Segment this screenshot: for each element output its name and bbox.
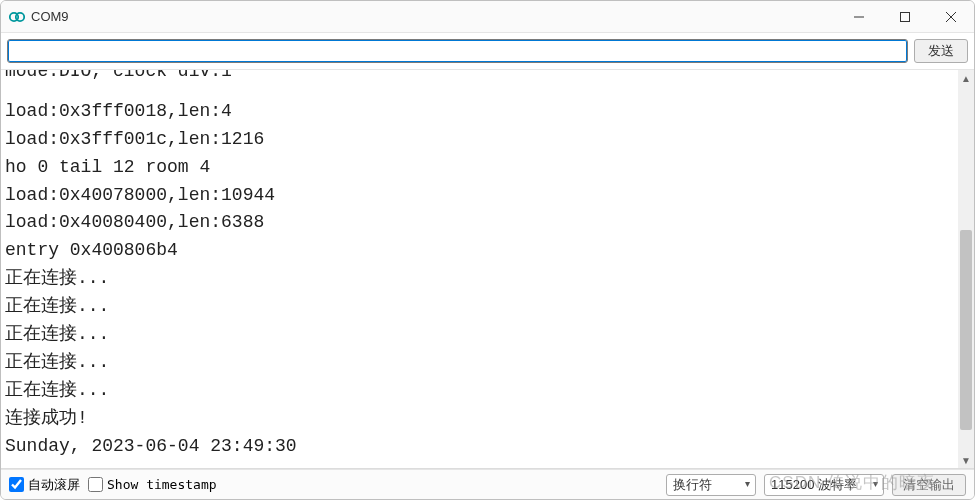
console-line: load:0x40078000,len:10944 xyxy=(5,182,970,210)
console-line: ho 0 tail 12 room 4 xyxy=(5,154,970,182)
serial-console[interactable]: mode:DIO, clock div:1load:0x3fff0018,len… xyxy=(1,70,974,468)
window-title: COM9 xyxy=(31,9,836,24)
timestamp-label: Show timestamp xyxy=(107,477,217,492)
line-ending-value: 换行符 xyxy=(673,476,712,494)
autoscroll-input[interactable] xyxy=(9,477,24,492)
console-line: 正在连接... xyxy=(5,349,970,377)
arduino-icon xyxy=(9,9,25,25)
console-line: load:0x40080400,len:6388 xyxy=(5,209,970,237)
autoscroll-label: 自动滚屏 xyxy=(28,476,80,494)
scroll-thumb[interactable] xyxy=(960,230,972,430)
bottom-bar: 自动滚屏 Show timestamp 换行符 115200 波特率 清空输出 xyxy=(1,469,974,499)
console-line: mode:DIO, clock div:1 xyxy=(5,70,970,86)
console-line: load:0x3fff0018,len:4 xyxy=(5,98,970,126)
console-line: 正在连接... xyxy=(5,265,970,293)
scroll-down-icon[interactable]: ▼ xyxy=(958,452,974,468)
send-button[interactable]: 发送 xyxy=(914,39,968,63)
console-line: entry 0x400806b4 xyxy=(5,237,970,265)
baud-select[interactable]: 115200 波特率 xyxy=(764,474,884,496)
maximize-button[interactable] xyxy=(882,1,928,32)
console-area: mode:DIO, clock div:1load:0x3fff0018,len… xyxy=(1,69,974,469)
scroll-up-icon[interactable]: ▲ xyxy=(958,70,974,86)
line-ending-select[interactable]: 换行符 xyxy=(666,474,756,496)
close-button[interactable] xyxy=(928,1,974,32)
timestamp-input[interactable] xyxy=(88,477,103,492)
clear-output-button[interactable]: 清空输出 xyxy=(892,474,966,496)
console-line: load:0x3fff001c,len:1216 xyxy=(5,126,970,154)
window-controls xyxy=(836,1,974,32)
send-row: 发送 xyxy=(1,33,974,69)
serial-input[interactable] xyxy=(7,39,908,63)
console-line: Sunday, 2023-06-04 23:49:30 xyxy=(5,433,970,461)
svg-rect-3 xyxy=(901,12,910,21)
minimize-button[interactable] xyxy=(836,1,882,32)
scrollbar[interactable]: ▲ ▼ xyxy=(958,70,974,468)
console-line: 正在连接... xyxy=(5,321,970,349)
timestamp-checkbox[interactable]: Show timestamp xyxy=(88,477,217,492)
console-line: 正在连接... xyxy=(5,377,970,405)
titlebar: COM9 xyxy=(1,1,974,33)
console-line: 连接成功! xyxy=(5,405,970,433)
baud-value: 115200 波特率 xyxy=(771,476,857,494)
svg-point-1 xyxy=(16,12,24,20)
autoscroll-checkbox[interactable]: 自动滚屏 xyxy=(9,476,80,494)
console-line: 正在连接... xyxy=(5,293,970,321)
